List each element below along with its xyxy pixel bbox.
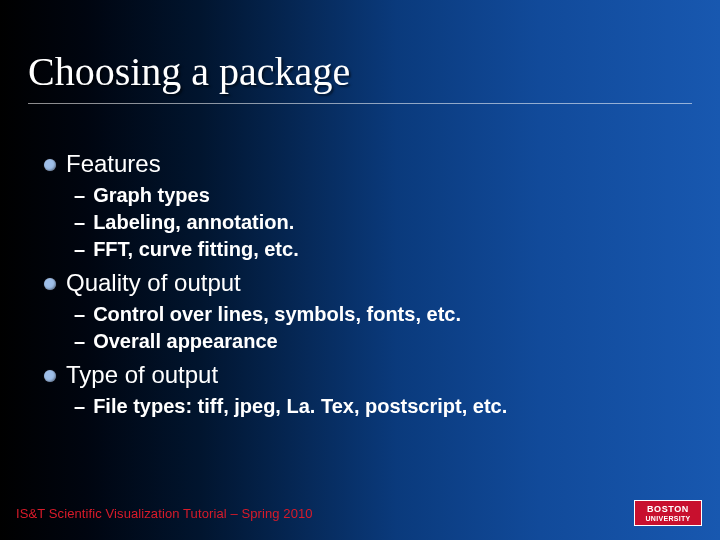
sub-item: –File types: tiff, jpeg, La. Tex, postsc… — [74, 393, 690, 420]
footer-text: IS&T Scientific Visualization Tutorial –… — [16, 506, 313, 521]
bullet-features: Features –Graph types –Labeling, annotat… — [44, 150, 690, 263]
sub-text: Overall appearance — [93, 328, 278, 355]
sub-text: Control over lines, symbols, fonts, etc. — [93, 301, 461, 328]
sublist: –Graph types –Labeling, annotation. –FFT… — [74, 182, 690, 263]
dash-icon: – — [74, 236, 85, 263]
bullet-line: Features — [44, 150, 690, 178]
logo-line1: BOSTON — [647, 505, 689, 514]
sub-text: FFT, curve fitting, etc. — [93, 236, 299, 263]
sublist: –File types: tiff, jpeg, La. Tex, postsc… — [74, 393, 690, 420]
sub-text: File types: tiff, jpeg, La. Tex, postscr… — [93, 393, 507, 420]
title-divider — [28, 103, 692, 104]
bullet-label: Quality of output — [66, 269, 241, 297]
bu-logo: BOSTON UNIVERSITY — [634, 500, 702, 526]
bullet-label: Type of output — [66, 361, 218, 389]
dash-icon: – — [74, 393, 85, 420]
footer: IS&T Scientific Visualization Tutorial –… — [0, 500, 720, 526]
dash-icon: – — [74, 328, 85, 355]
sub-text: Labeling, annotation. — [93, 209, 294, 236]
dash-icon: – — [74, 182, 85, 209]
dash-icon: – — [74, 209, 85, 236]
logo-line2: UNIVERSITY — [645, 515, 690, 522]
sub-text: Graph types — [93, 182, 210, 209]
bullet-icon — [44, 159, 56, 171]
sub-item: –FFT, curve fitting, etc. — [74, 236, 690, 263]
content-area: Features –Graph types –Labeling, annotat… — [44, 150, 690, 426]
sublist: –Control over lines, symbols, fonts, etc… — [74, 301, 690, 355]
sub-item: –Control over lines, symbols, fonts, etc… — [74, 301, 690, 328]
dash-icon: – — [74, 301, 85, 328]
sub-item: –Labeling, annotation. — [74, 209, 690, 236]
bullet-line: Type of output — [44, 361, 690, 389]
slide-title: Choosing a package — [28, 48, 692, 101]
bullet-icon — [44, 370, 56, 382]
sub-item: –Overall appearance — [74, 328, 690, 355]
title-area: Choosing a package — [28, 48, 692, 104]
bullet-type: Type of output –File types: tiff, jpeg, … — [44, 361, 690, 420]
bullet-line: Quality of output — [44, 269, 690, 297]
bullet-icon — [44, 278, 56, 290]
sub-item: –Graph types — [74, 182, 690, 209]
bullet-label: Features — [66, 150, 161, 178]
bullet-quality: Quality of output –Control over lines, s… — [44, 269, 690, 355]
